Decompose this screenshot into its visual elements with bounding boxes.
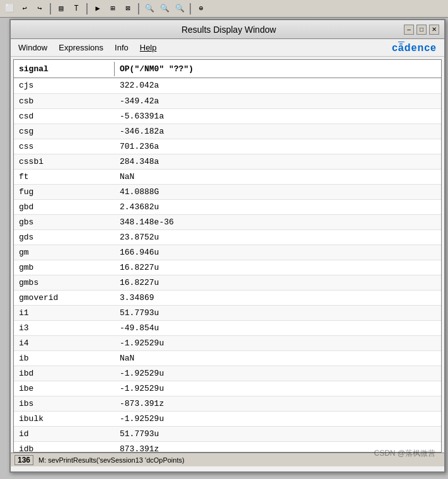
value-cell: 51.7793u — [115, 426, 441, 441]
signal-cell: ibs — [14, 396, 115, 411]
results-window: Results Display Window – □ ✕ Window Expr… — [9, 19, 445, 473]
value-cell: 3.34869 — [115, 290, 441, 305]
signal-cell: fug — [14, 184, 115, 199]
status-line-number: 136 — [14, 455, 33, 465]
toolbar-icon-11[interactable]: 🔍 — [173, 2, 187, 16]
table-row: gm166.946u — [14, 245, 441, 260]
top-toolbar: ⬜ ↩ ↪ ▤ T ▶ ⊞ ⊠ 🔍 🔍 🔍 ⊕ — [0, 0, 448, 18]
value-cell: -49.854u — [115, 320, 441, 335]
toolbar-icon-5[interactable]: T — [69, 2, 83, 16]
table-row: gmbs16.8227u — [14, 275, 441, 290]
header-signal-col: signal — [14, 62, 115, 76]
toolbar-icon-12[interactable]: ⊕ — [194, 2, 208, 16]
menu-window[interactable]: Window — [13, 41, 52, 54]
value-cell: 41.0888G — [115, 184, 441, 199]
signal-cell: gbd — [14, 199, 115, 214]
signal-cell: ibulk — [14, 411, 115, 426]
table-row: cssbi284.348a — [14, 154, 441, 169]
data-table: cjs322.042acsb-349.42acsd-5.63391acsg-34… — [14, 78, 441, 452]
table-row: i3-49.854u — [14, 320, 441, 335]
signal-cell: ib — [14, 350, 115, 366]
table-row: gbd2.43682u — [14, 199, 441, 214]
table-row: csb-349.42a — [14, 93, 441, 108]
value-cell: 16.8227u — [115, 260, 441, 275]
toolbar-icon-10[interactable]: 🔍 — [158, 2, 171, 16]
table-row: ibd-1.92529u — [14, 366, 441, 381]
value-cell: -346.182a — [115, 124, 441, 139]
toolbar-icon-3[interactable]: ↪ — [33, 2, 47, 16]
table-row: ibe-1.92529u — [14, 381, 441, 396]
toolbar-icon-9[interactable]: 🔍 — [142, 2, 156, 16]
status-message: M: sevPrintResults('sevSession13 'dcOpPo… — [38, 456, 185, 464]
value-cell: -1.92529u — [115, 335, 441, 350]
signal-cell: gds — [14, 229, 115, 245]
menu-info[interactable]: Info — [110, 41, 134, 54]
value-cell: -1.92529u — [115, 411, 441, 426]
value-cell: -873.391z — [115, 396, 441, 411]
signal-cell: cssbi — [14, 154, 115, 169]
minimize-button[interactable]: – — [404, 25, 414, 35]
menu-bar: Window Expressions Info Help cādence — [11, 39, 444, 57]
title-buttons: – □ ✕ — [404, 25, 439, 35]
value-cell: 51.7793u — [115, 305, 441, 320]
title-bar: Results Display Window – □ ✕ — [11, 20, 444, 39]
table-row: idb873.391z — [14, 441, 441, 452]
signal-cell: css — [14, 139, 115, 154]
table-row: gds23.8752u — [14, 229, 441, 245]
toolbar-icon-6[interactable]: ▶ — [91, 2, 105, 16]
status-bar: 136 M: sevPrintResults('sevSession13 'dc… — [11, 453, 444, 466]
value-cell: 23.8752u — [115, 229, 441, 245]
table-row: fug41.0888G — [14, 184, 441, 199]
toolbar-icon-8[interactable]: ⊠ — [121, 2, 135, 16]
table-row: csg-346.182a — [14, 124, 441, 139]
table-row: ibs-873.391z — [14, 396, 441, 411]
table-scroll-area[interactable]: cjs322.042acsb-349.42acsd-5.63391acsg-34… — [14, 78, 441, 452]
signal-cell: ft — [14, 169, 115, 184]
signal-cell: i1 — [14, 305, 115, 320]
signal-cell: csb — [14, 93, 115, 108]
data-table-container: cjs322.042acsb-349.42acsd-5.63391acsg-34… — [13, 78, 442, 453]
table-row: ftNaN — [14, 169, 441, 184]
table-row: i4-1.92529u — [14, 335, 441, 350]
table-row: gmb16.8227u — [14, 260, 441, 275]
menu-expressions[interactable]: Expressions — [54, 41, 108, 54]
table-row: cjs322.042a — [14, 78, 441, 93]
value-cell: 2.43682u — [115, 199, 441, 214]
table-row: ibNaN — [14, 350, 441, 366]
cadence-logo: cādence — [392, 42, 442, 54]
signal-cell: i4 — [14, 335, 115, 350]
signal-cell: cjs — [14, 78, 115, 93]
signal-cell: gbs — [14, 214, 115, 229]
toolbar-icons: ⬜ ↩ ↪ ▤ T ▶ ⊞ ⊠ 🔍 🔍 🔍 ⊕ — [3, 2, 208, 16]
table-row: gbs348.148e-36 — [14, 214, 441, 229]
toolbar-sep-4 — [190, 3, 191, 14]
maximize-button[interactable]: □ — [416, 25, 427, 35]
signal-cell: idb — [14, 441, 115, 452]
value-cell: -1.92529u — [115, 366, 441, 381]
menu-help[interactable]: Help — [135, 41, 162, 54]
value-cell: 701.236a — [115, 139, 441, 154]
toolbar-icon-1[interactable]: ⬜ — [3, 2, 16, 16]
window-title: Results Display Window — [54, 25, 404, 35]
toolbar-icon-2[interactable]: ↩ — [18, 2, 32, 16]
signal-cell: i3 — [14, 320, 115, 335]
toolbar-icon-4[interactable]: ▤ — [54, 2, 68, 16]
table-row: css701.236a — [14, 139, 441, 154]
close-button[interactable]: ✕ — [429, 25, 439, 35]
value-cell: 873.391z — [115, 441, 441, 452]
value-cell: 166.946u — [115, 245, 441, 260]
toolbar-icon-7[interactable]: ⊞ — [106, 2, 120, 16]
table-row: id51.7793u — [14, 426, 441, 441]
signal-cell: gmbs — [14, 275, 115, 290]
toolbar-sep-3 — [138, 3, 139, 14]
signal-cell: ibe — [14, 381, 115, 396]
value-cell: -349.42a — [115, 93, 441, 108]
signal-cell: id — [14, 426, 115, 441]
signal-cell: gmb — [14, 260, 115, 275]
signal-cell: csd — [14, 108, 115, 124]
content-area: signal OP("/NM0" "??") cjs322.042acsb-34… — [11, 57, 444, 453]
signal-cell: csg — [14, 124, 115, 139]
value-cell: NaN — [115, 169, 441, 184]
signal-cell: gmoverid — [14, 290, 115, 305]
value-cell: -5.63391a — [115, 108, 441, 124]
